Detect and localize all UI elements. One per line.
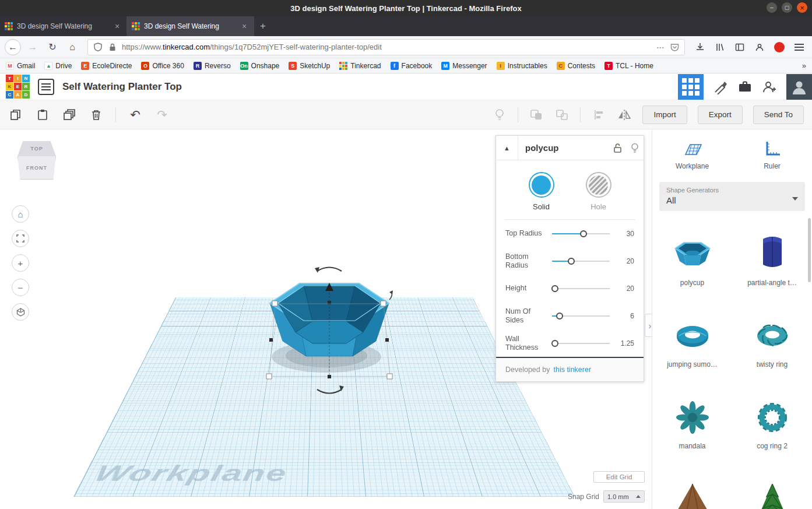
bookmark-facebook[interactable]: fFacebook xyxy=(391,62,433,70)
page-actions-icon[interactable]: ⋯ xyxy=(656,43,665,52)
hide-shape-lightbulb-icon[interactable] xyxy=(626,143,644,153)
shape-item-mandala[interactable]: mandala xyxy=(652,388,732,470)
bookmark-drive[interactable]: ▲Drive xyxy=(44,62,72,70)
redo-icon[interactable]: ↷ xyxy=(154,107,170,122)
num-sides-slider[interactable] xyxy=(552,312,610,320)
view-3d-button[interactable] xyxy=(678,74,704,100)
rotate-handle-top[interactable] xyxy=(315,267,342,273)
import-button[interactable]: Import xyxy=(642,106,687,124)
bottom-radius-slider[interactable] xyxy=(552,257,610,265)
param-value[interactable]: 1.25 xyxy=(614,339,634,347)
shape-item-twisty-ring[interactable]: twisty ring xyxy=(732,307,812,388)
minimize-button[interactable] xyxy=(767,2,777,13)
shape-item-partial-green-tree[interactable] xyxy=(732,470,812,509)
bookmark-messenger[interactable]: MMessenger xyxy=(441,62,487,70)
design-menu-button[interactable] xyxy=(38,79,54,95)
bookmark-instructables[interactable]: IInstructables xyxy=(497,62,547,70)
view-cube-top-face[interactable]: TOP xyxy=(17,141,56,156)
shape-item-jumping-sumo[interactable]: jumping sumo… xyxy=(652,307,732,388)
send-to-button[interactable]: Send To xyxy=(753,106,804,124)
bookmark-sketchup[interactable]: SSketchUp xyxy=(289,62,330,70)
lock-shape-icon[interactable] xyxy=(609,143,626,153)
height-slider[interactable] xyxy=(552,285,610,293)
collapse-inspector-button[interactable] xyxy=(496,136,518,160)
wall-thickness-slider[interactable] xyxy=(552,339,610,347)
bookmark-contests[interactable]: CContests xyxy=(557,62,595,70)
shape-generators-dropdown[interactable]: Shape Generators All xyxy=(659,182,805,211)
scale-handle-left[interactable] xyxy=(269,338,273,342)
downloads-icon[interactable] xyxy=(692,39,708,55)
bookmark-ecoledirecte[interactable]: EEcoleDirecte xyxy=(81,62,132,70)
rotate-handle-bottom[interactable] xyxy=(317,385,344,394)
top-radius-slider[interactable] xyxy=(552,230,610,238)
corner-handle-front-right[interactable] xyxy=(387,374,392,379)
new-tab-button[interactable]: + xyxy=(254,16,272,36)
tab-close-icon[interactable] xyxy=(113,22,122,31)
mirror-icon[interactable] xyxy=(617,107,632,122)
shape-item-polycup[interactable]: polycup xyxy=(652,225,732,307)
duplicate-icon[interactable] xyxy=(62,107,77,122)
account-icon[interactable] xyxy=(751,39,768,55)
menu-icon[interactable] xyxy=(791,39,807,55)
param-value[interactable]: 20 xyxy=(614,285,634,293)
bookmark-reverso[interactable]: RReverso xyxy=(194,62,231,70)
shape-item-partial-angle[interactable]: partial-angle t… xyxy=(732,225,812,307)
param-value[interactable]: 30 xyxy=(614,230,634,238)
workplane-tool[interactable]: Workplane xyxy=(652,134,732,176)
reload-button[interactable]: ↻ xyxy=(44,39,61,55)
bookmark-tcl[interactable]: TTCL - Home xyxy=(604,62,653,70)
library-icon[interactable] xyxy=(712,39,728,55)
browser-tab-2-active[interactable]: 3D design Self Watering xyxy=(127,16,254,36)
shape-item-partial-brown-cone[interactable] xyxy=(652,470,732,509)
invite-person-icon[interactable] xyxy=(762,79,777,94)
briefcase-icon[interactable] xyxy=(737,79,753,94)
paste-icon[interactable] xyxy=(35,107,50,122)
profile-avatar[interactable] xyxy=(786,74,812,100)
shield-icon[interactable] xyxy=(93,42,103,52)
forward-button[interactable]: → xyxy=(24,39,41,55)
bookmark-office[interactable]: OOffice 360 xyxy=(141,62,184,70)
bookmark-gmail[interactable]: MGmail xyxy=(6,62,35,70)
back-button[interactable]: ← xyxy=(5,39,21,55)
browser-tab-1[interactable]: 3D design Self Watering xyxy=(0,16,127,36)
bookmark-tinkercad[interactable]: Tinkercad xyxy=(339,62,381,70)
bookmark-onshape[interactable]: OnOnshape xyxy=(240,62,280,70)
param-value[interactable]: 20 xyxy=(614,257,634,265)
copy-icon[interactable] xyxy=(8,107,23,122)
maximize-button[interactable] xyxy=(782,2,792,13)
perspective-toggle-button[interactable] xyxy=(12,303,29,321)
corner-handle-back-left[interactable] xyxy=(272,301,277,306)
hole-option[interactable]: Hole xyxy=(586,172,611,211)
developer-link[interactable]: this tinkerer xyxy=(553,366,591,374)
rotate-handle-side[interactable] xyxy=(389,290,393,300)
snap-grid-dropdown[interactable]: 1.0 mm xyxy=(603,490,645,503)
ruler-tool[interactable]: Ruler xyxy=(732,134,812,176)
home-view-button[interactable]: ⌂ xyxy=(12,205,29,223)
adblock-extension-icon[interactable] xyxy=(771,39,788,55)
view-cube-front-face[interactable]: FRONT xyxy=(17,156,56,180)
corner-handle-back-right[interactable] xyxy=(381,301,386,306)
tinker-tools-icon[interactable] xyxy=(713,79,728,94)
tab-close-icon[interactable] xyxy=(240,22,249,31)
ungroup-icon[interactable] xyxy=(554,107,570,122)
zoom-out-button[interactable]: − xyxy=(12,279,29,296)
scale-handle-right[interactable] xyxy=(385,338,389,342)
edit-grid-button[interactable]: Edit Grid xyxy=(593,471,645,483)
pocket-icon[interactable] xyxy=(669,42,680,52)
align-icon[interactable] xyxy=(591,107,606,122)
tinkercad-logo[interactable]: TINKERCAD xyxy=(6,75,30,99)
sidebars-icon[interactable] xyxy=(732,39,748,55)
group-icon[interactable] xyxy=(529,107,544,122)
export-button[interactable]: Export xyxy=(698,106,743,124)
view-cube[interactable]: TOP FRONT xyxy=(17,141,56,180)
sidebar-scrollbar[interactable] xyxy=(808,218,811,282)
bookmarks-overflow-icon[interactable]: » xyxy=(802,61,806,70)
corner-handle-front-left[interactable] xyxy=(266,374,272,379)
solid-option[interactable]: Solid xyxy=(529,172,554,211)
show-all-lightbulb-icon[interactable] xyxy=(492,107,507,122)
param-value[interactable]: 6 xyxy=(614,312,634,320)
home-button[interactable]: ⌂ xyxy=(64,39,80,55)
close-button[interactable] xyxy=(797,2,807,13)
shape-item-cog-ring[interactable]: cog ring 2 xyxy=(732,388,812,470)
delete-icon[interactable] xyxy=(89,107,104,122)
